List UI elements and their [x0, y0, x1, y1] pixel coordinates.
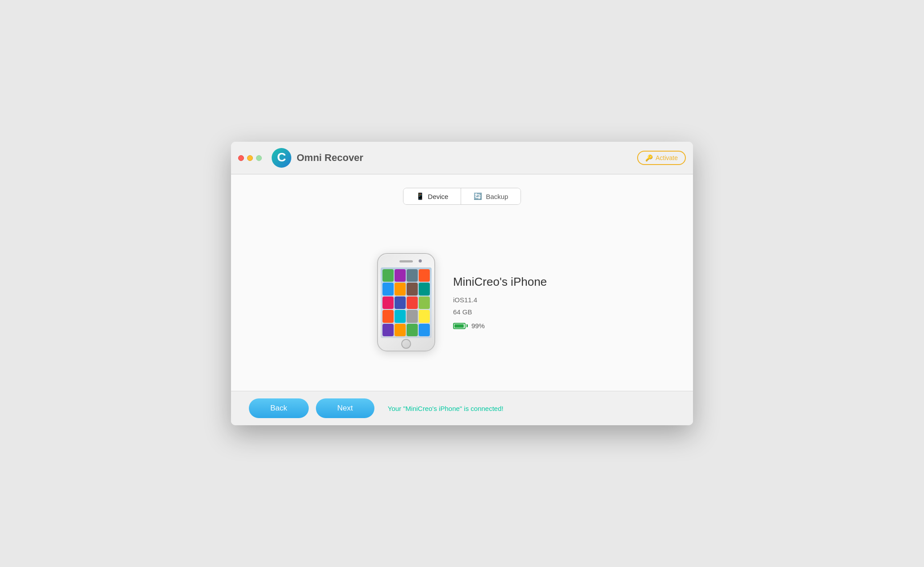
device-info: MiniCreo's iPhone iOS11.4 64 GB 99%	[453, 275, 547, 330]
bottom-bar: Back Next Your "MiniCreo's iPhone" is co…	[231, 391, 693, 425]
app-icon	[407, 324, 418, 336]
svg-text:C: C	[277, 150, 286, 164]
app-window: C Omni Recover 🔑 Activate 📱 Device 🔄 Bac…	[231, 142, 693, 425]
app-icon	[419, 283, 430, 295]
titlebar-left: C Omni Recover	[238, 147, 363, 169]
minimize-button[interactable]	[247, 155, 253, 161]
app-logo-icon: C	[271, 147, 292, 169]
app-icon	[382, 296, 394, 309]
app-icon	[395, 283, 406, 295]
app-icon	[395, 310, 406, 322]
device-storage: 64 GB	[453, 308, 547, 316]
device-tab-icon: 📱	[416, 192, 424, 200]
app-icon	[395, 324, 406, 336]
app-icon	[419, 324, 430, 336]
app-icon	[382, 310, 394, 322]
phone-screen-content	[381, 267, 432, 338]
device-name: MiniCreo's iPhone	[453, 275, 547, 289]
phone-screen	[381, 267, 432, 338]
app-icon	[395, 296, 406, 309]
activate-icon: 🔑	[645, 154, 653, 161]
app-title: Omni Recover	[297, 152, 363, 164]
maximize-button[interactable]	[256, 155, 262, 161]
tab-device[interactable]: 📱 Device	[403, 188, 462, 204]
app-icon	[419, 296, 430, 309]
close-button[interactable]	[238, 155, 244, 161]
phone-speaker	[399, 260, 413, 262]
device-area: MiniCreo's iPhone iOS11.4 64 GB 99%	[377, 223, 547, 382]
bottom-buttons: Back Next	[249, 398, 374, 418]
connection-status: Your "MiniCreo's iPhone" is connected!	[388, 405, 504, 412]
battery-tip	[466, 324, 468, 327]
phone-camera	[419, 259, 422, 262]
tab-backup[interactable]: 🔄 Backup	[461, 188, 521, 204]
battery-body	[453, 323, 466, 329]
device-tab-label: Device	[428, 193, 449, 200]
app-icon	[419, 269, 430, 282]
battery-icon	[453, 323, 468, 329]
phone-body	[377, 253, 435, 351]
battery-row: 99%	[453, 322, 547, 330]
phone-illustration	[377, 253, 435, 351]
app-icon	[407, 269, 418, 282]
traffic-lights	[238, 155, 262, 161]
app-icon	[419, 310, 430, 322]
main-content: 📱 Device 🔄 Backup	[231, 174, 693, 391]
phone-home-button	[401, 339, 411, 349]
app-icon	[382, 283, 394, 295]
battery-fill	[454, 324, 464, 328]
tabs: 📱 Device 🔄 Backup	[403, 188, 521, 205]
app-icon	[382, 324, 394, 336]
device-ios: iOS11.4	[453, 296, 547, 304]
activate-label: Activate	[655, 154, 678, 161]
app-icon	[407, 296, 418, 309]
backup-tab-label: Backup	[486, 193, 508, 200]
app-icon	[382, 269, 394, 282]
battery-percentage: 99%	[471, 322, 485, 330]
activate-button[interactable]: 🔑 Activate	[637, 151, 686, 165]
backup-tab-icon: 🔄	[474, 192, 482, 200]
app-icon	[407, 310, 418, 322]
titlebar: C Omni Recover 🔑 Activate	[231, 142, 693, 174]
app-icon	[395, 269, 406, 282]
back-button[interactable]: Back	[249, 398, 309, 418]
app-icon	[407, 283, 418, 295]
next-button[interactable]: Next	[316, 398, 374, 418]
logo-area: C Omni Recover	[271, 147, 363, 169]
